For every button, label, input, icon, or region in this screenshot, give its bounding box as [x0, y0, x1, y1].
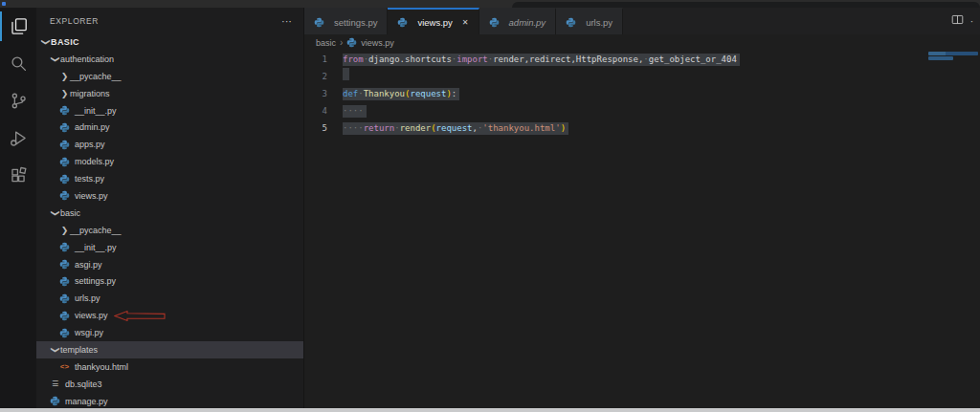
explorer-more-icon[interactable]: ···: [281, 16, 292, 26]
code-line-2[interactable]: 2: [304, 68, 980, 85]
python-file-icon: [59, 174, 70, 184]
tree-item-wsgi-py[interactable]: wsgi.py: [36, 324, 303, 341]
code-line-5[interactable]: 5····return·render(request,·'thankyou.ht…: [304, 119, 980, 137]
tree-item-models-py[interactable]: models.py: [36, 153, 303, 170]
breadcrumb-folder[interactable]: basic: [316, 38, 336, 48]
code-line-4[interactable]: 4····: [304, 102, 980, 119]
tab-settings-py[interactable]: settings.py: [304, 8, 388, 34]
split-editor-icon[interactable]: [951, 12, 964, 30]
tab-views-py[interactable]: views.py✕: [388, 8, 479, 34]
tree-item-label: settings.py: [75, 276, 116, 286]
tree-item-label: urls.py: [75, 293, 100, 303]
tabs: settings.pyviews.py✕admin.pyurls.py: [304, 8, 623, 34]
tree-item-asgi-py[interactable]: asgi.py: [36, 256, 303, 273]
tree-item-urls-py[interactable]: urls.py: [36, 290, 303, 307]
line-number[interactable]: 5: [304, 119, 327, 137]
python-file-icon: [50, 396, 60, 406]
database-file-icon: ☰: [50, 379, 60, 389]
tree-item-authentication[interactable]: ❯authentication: [36, 51, 303, 68]
code-editor[interactable]: 1from·django.shortcuts·import·render,red…: [304, 51, 980, 408]
tab-label: views.py: [417, 17, 452, 28]
tree-item-basic[interactable]: ❯BASIC: [36, 33, 303, 51]
extensions-icon[interactable]: [0, 157, 36, 194]
search-icon[interactable]: [0, 45, 36, 82]
code-lines: 1from·django.shortcuts·import·render,red…: [304, 51, 980, 137]
python-file-icon: [397, 17, 408, 28]
python-file-icon: [59, 259, 70, 270]
python-file-icon: [59, 190, 70, 201]
code-text: ····: [343, 102, 367, 119]
code-line-1[interactable]: 1from·django.shortcuts·import·render,red…: [304, 51, 980, 68]
explorer-title: EXPLORER: [50, 16, 99, 26]
explorer-sidebar: EXPLORER ··· ❯BASIC❯authentication❯__pyc…: [36, 8, 304, 408]
minimap-selection-bar: [928, 56, 953, 60]
python-file-icon: [59, 328, 70, 338]
tree-item-migrations[interactable]: ❯migrations: [36, 85, 303, 102]
tree-item-label: views.py: [75, 191, 108, 201]
tree-item-label: __init__.py: [75, 243, 117, 252]
code-text: [343, 68, 349, 86]
tab-label: admin.py: [509, 17, 546, 28]
chevron-down-icon: ❯: [41, 36, 51, 47]
tree-item-apps-py[interactable]: apps.py: [36, 136, 303, 153]
line-number[interactable]: 1: [304, 51, 327, 68]
vscode-window: EXPLORER ··· ❯BASIC❯authentication❯__pyc…: [0, 0, 980, 412]
explorer-header: EXPLORER ···: [36, 8, 303, 33]
bottom-strip: [0, 408, 980, 412]
tree-item-label: asgi.py: [75, 260, 102, 270]
tree-item-tests-py[interactable]: tests.py: [36, 170, 303, 187]
tree-item-label: manage.py: [65, 397, 108, 406]
code-text: from·django.shortcuts·import·render,redi…: [343, 51, 740, 68]
breadcrumb-file[interactable]: views.py: [361, 38, 394, 48]
tree-item-label: authentication: [60, 54, 114, 64]
tree-item-pycache[interactable]: ❯__pycache__: [36, 222, 303, 239]
tree-item-label: views.py: [75, 311, 108, 320]
tree-item-settings-py[interactable]: settings.py: [36, 272, 303, 290]
tree-item-label: tests.py: [75, 174, 104, 184]
tree-item-thankyou-html[interactable]: <>thankyou.html: [36, 358, 303, 376]
file-tree: ❯BASIC❯authentication❯__pycache__❯migrat…: [36, 33, 303, 408]
tree-item-manage-py[interactable]: manage.py: [36, 393, 303, 408]
tree-item-label: db.sqlite3: [65, 379, 102, 389]
chevron-right-icon: ❯: [59, 89, 70, 98]
tree-item-label: basic: [60, 208, 80, 218]
chevron-down-icon: ❯: [51, 207, 60, 218]
tab-bar: settings.pyviews.py✕admin.pyurls.py ·: [304, 8, 980, 34]
editor-more-icon[interactable]: ·: [970, 16, 973, 27]
editor-group: settings.pyviews.py✕admin.pyurls.py · ba…: [304, 8, 980, 408]
chevron-right-icon: ❯: [59, 226, 70, 235]
python-file-icon: [59, 242, 70, 252]
tree-item-label: migrations: [70, 89, 110, 98]
titlebar-dot: [2, 2, 6, 6]
tab-admin-py[interactable]: admin.py: [479, 8, 557, 34]
python-file-icon: [489, 17, 500, 28]
tree-item-label: apps.py: [75, 140, 105, 149]
line-number[interactable]: 2: [304, 68, 327, 85]
code-line-3[interactable]: 3def·Thankyou(request):: [304, 85, 980, 102]
html-file-icon: <>: [59, 361, 70, 372]
tab-urls-py[interactable]: urls.py: [556, 8, 623, 34]
explorer-icon[interactable]: [0, 8, 36, 45]
line-number[interactable]: 3: [304, 85, 327, 102]
tree-item-admin-py[interactable]: admin.py: [36, 119, 303, 136]
tree-item-init-py[interactable]: __init__.py: [36, 239, 303, 256]
tree-item-views-py[interactable]: views.py: [36, 187, 303, 205]
line-number[interactable]: 4: [304, 102, 327, 119]
minimap[interactable]: [919, 51, 980, 408]
tree-item-db-sqlite3[interactable]: ☰db.sqlite3: [36, 376, 303, 393]
tree-item-label: admin.py: [75, 122, 110, 132]
python-file-icon: [59, 122, 70, 133]
python-file-icon: [59, 157, 70, 167]
tree-item-pycache[interactable]: ❯__pycache__: [36, 68, 303, 85]
tree-item-label: models.py: [75, 157, 114, 166]
run-debug-icon[interactable]: [0, 119, 36, 157]
source-control-icon[interactable]: [0, 82, 36, 119]
tree-item-templates[interactable]: ❯templates: [36, 341, 303, 358]
close-icon[interactable]: ✕: [462, 18, 469, 27]
tree-item-basic[interactable]: ❯basic: [36, 205, 303, 222]
python-file-icon: [59, 276, 70, 287]
python-file-icon: [314, 17, 324, 28]
tree-item-init-py[interactable]: __init__.py: [36, 102, 303, 119]
tree-item-views-py[interactable]: views.py: [36, 307, 303, 324]
python-file-icon: [59, 293, 70, 304]
